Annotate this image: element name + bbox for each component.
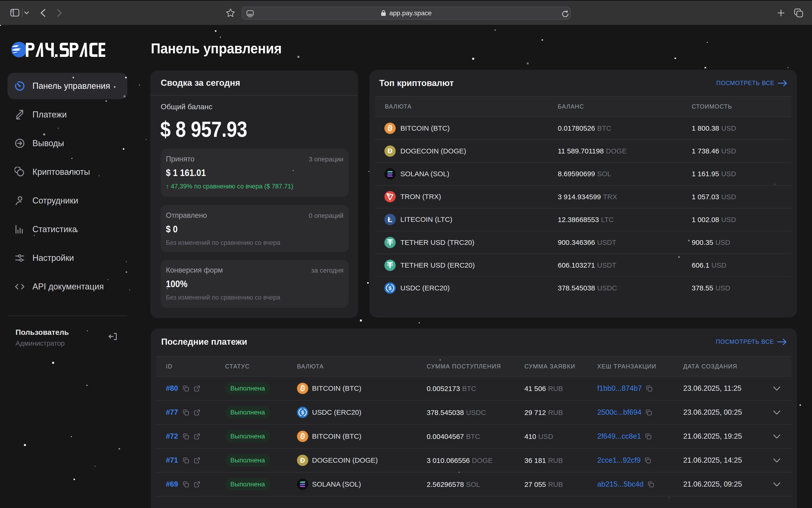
- svg-text:$: $: [389, 285, 391, 291]
- svg-text:$: $: [301, 410, 304, 415]
